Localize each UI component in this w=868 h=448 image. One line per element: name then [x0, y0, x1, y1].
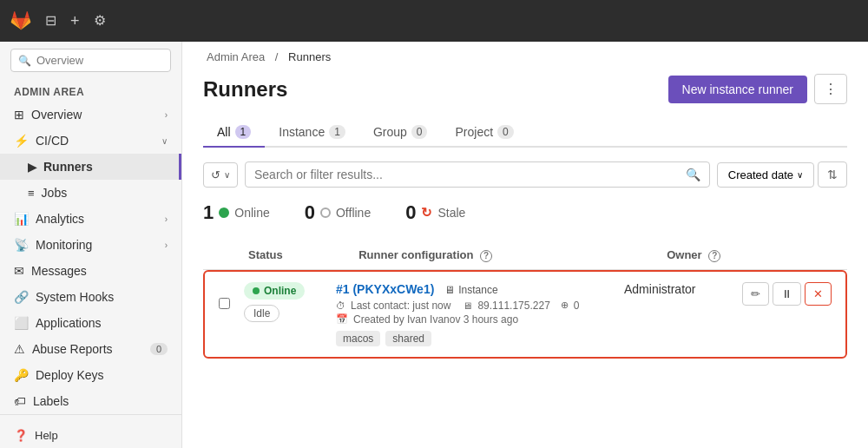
- sidebar-item-system-hooks[interactable]: 🔗 System Hooks: [0, 284, 181, 310]
- keys-icon: 🔑: [14, 368, 29, 382]
- search-submit-icon[interactable]: 🔍: [686, 168, 700, 181]
- stat-stale: 0 ↻ Stale: [405, 201, 465, 224]
- top-bar-icons: ⊟ + ⚙: [45, 12, 106, 30]
- offline-dot: [320, 208, 331, 218]
- stats-row: 1 Online 0 Offline 0 ↻ Stale: [203, 201, 847, 224]
- page-title: Runners: [203, 77, 287, 102]
- breadcrumb-separator: /: [275, 50, 279, 63]
- col-status: Status: [238, 241, 348, 269]
- overview-icon: ⊞: [14, 108, 24, 122]
- sidebar-toggle-icon[interactable]: ⊟: [45, 12, 56, 30]
- runners-icon: ▶: [28, 161, 36, 174]
- runner-jobs-count: 0: [574, 300, 580, 312]
- status-label: Online: [264, 285, 296, 297]
- sidebar-label-monitoring: Monitoring: [36, 238, 92, 252]
- tab-all-count: 1: [235, 125, 252, 139]
- sidebar-item-cicd[interactable]: ⚡ CI/CD ∨: [0, 128, 181, 154]
- runner-checkbox[interactable]: [219, 298, 230, 309]
- breadcrumb: Admin Area / Runners: [182, 42, 868, 63]
- filter-search-box[interactable]: 🔍: [245, 161, 710, 188]
- settings-icon[interactable]: ⚙: [94, 12, 106, 30]
- runner-config-help-icon[interactable]: ?: [480, 250, 492, 262]
- online-value: 1: [203, 201, 214, 224]
- sidebar-label-overview: Overview: [31, 108, 82, 122]
- offline-label: Offline: [336, 206, 371, 220]
- filter-history-button[interactable]: ↺ ∨: [203, 162, 238, 188]
- runners-table: Status Runner configuration ? Owner ?: [203, 241, 847, 270]
- new-instance-runner-button[interactable]: New instance runner: [668, 76, 807, 103]
- sidebar-label-messages: Messages: [31, 264, 87, 278]
- sidebar-label-labels: Labels: [33, 394, 69, 408]
- owner-help-icon[interactable]: ?: [708, 250, 720, 262]
- create-icon[interactable]: +: [70, 12, 80, 30]
- runners-tabs: All 1 Instance 1 Group 0 Project 0: [203, 118, 847, 148]
- more-actions-button[interactable]: ⋮: [814, 74, 847, 104]
- status-col-label: Status: [248, 248, 283, 261]
- delete-runner-button[interactable]: ✕: [805, 282, 832, 306]
- clock-icon: ⏱: [336, 300, 345, 311]
- messages-icon: ✉: [14, 264, 24, 278]
- chevron-down-icon: ∨: [161, 136, 168, 146]
- page-header: Runners New instance runner ⋮: [203, 63, 847, 118]
- sidebar-item-abuse-reports[interactable]: ⚠ Abuse Reports 0: [0, 336, 181, 362]
- runner-meta: ⏱ Last contact: just now 🖥 89.111.175.22…: [336, 300, 610, 326]
- tag-icon: ⊕: [561, 300, 569, 311]
- sidebar-item-labels[interactable]: 🏷 Labels: [0, 388, 181, 414]
- idle-badge: Idle: [244, 305, 279, 322]
- runner-contact: Last contact: just now: [351, 300, 450, 312]
- sidebar-help[interactable]: ❓ Help: [0, 422, 181, 448]
- labels-icon: 🏷: [14, 394, 26, 408]
- pause-runner-button[interactable]: ⏸: [773, 282, 801, 306]
- status-badge-online: Online: [244, 282, 305, 300]
- sidebar-section-label: Admin Area: [0, 79, 181, 102]
- runner-name-row: #1 (PKYXxCWe1) 🖥 Instance: [336, 282, 610, 296]
- jobs-icon: ≡: [28, 187, 35, 200]
- chevron-down-sort-icon: ∨: [797, 170, 803, 180]
- sort-direction-button[interactable]: ⇅: [818, 161, 847, 188]
- abuse-icon: ⚠: [14, 342, 25, 356]
- sidebar-item-jobs[interactable]: ≡ Jobs: [0, 180, 181, 206]
- tab-group[interactable]: Group 0: [359, 118, 442, 148]
- filter-bar: ↺ ∨ 🔍 Created date ∨ ⇅: [203, 161, 847, 188]
- tab-instance[interactable]: Instance 1: [265, 118, 359, 148]
- online-status-dot: [253, 287, 260, 294]
- gitlab-logo[interactable]: [10, 10, 31, 31]
- tab-instance-count: 1: [329, 125, 345, 139]
- chevron-right-icon-monitoring: ›: [165, 240, 168, 250]
- search-input[interactable]: [254, 168, 679, 181]
- tab-project[interactable]: Project 0: [441, 118, 527, 148]
- sidebar-item-overview[interactable]: ⊞ Overview ›: [0, 102, 181, 128]
- tab-all-label: All: [217, 125, 231, 139]
- edit-runner-button[interactable]: ✏: [742, 282, 769, 306]
- search-box[interactable]: 🔍 Overview: [10, 49, 171, 72]
- tab-all[interactable]: All 1: [203, 118, 265, 148]
- tag-macos: macos: [336, 331, 380, 346]
- calendar-icon: 📅: [336, 313, 348, 325]
- sidebar-item-applications[interactable]: ⬜ Applications: [0, 310, 181, 336]
- sort-label: Created date: [728, 168, 793, 181]
- breadcrumb-parent[interactable]: Admin Area: [207, 50, 265, 63]
- stale-icon: ↻: [421, 205, 432, 221]
- runner-actions: ✏ ⏸ ✕: [742, 282, 832, 306]
- online-dot: [219, 208, 229, 218]
- monitoring-icon: 📡: [14, 238, 29, 252]
- col-runner-config: Runner configuration ?: [348, 241, 656, 269]
- sidebar-bottom-help-label: Help: [35, 429, 58, 442]
- sidebar-item-messages[interactable]: ✉ Messages: [0, 258, 181, 284]
- table-header: Status Runner configuration ? Owner ?: [203, 241, 847, 269]
- sidebar-item-deploy-keys[interactable]: 🔑 Deploy Keys: [0, 362, 181, 388]
- sidebar-item-runners[interactable]: ▶ Runners: [0, 154, 181, 180]
- runner-name-link[interactable]: #1 (PKYXxCWe1): [336, 282, 434, 296]
- sidebar-item-analytics[interactable]: 📊 Analytics ›: [0, 206, 181, 232]
- sort-button[interactable]: Created date ∨: [717, 162, 814, 188]
- chevron-down-icon-filter: ∨: [224, 170, 230, 180]
- runner-owner: Administrator: [624, 282, 695, 296]
- owner-col-label: Owner: [667, 248, 701, 261]
- top-bar: ⊟ + ⚙: [0, 0, 868, 42]
- sidebar-item-monitoring[interactable]: 📡 Monitoring ›: [0, 232, 181, 258]
- breadcrumb-current: Runners: [288, 50, 331, 63]
- content-scroll: Runners New instance runner ⋮ All 1 Inst…: [182, 63, 868, 448]
- history-icon: ↺: [211, 168, 220, 181]
- runner-config-label: Runner configuration: [358, 248, 473, 261]
- sidebar-label-jobs: Jobs: [42, 186, 68, 200]
